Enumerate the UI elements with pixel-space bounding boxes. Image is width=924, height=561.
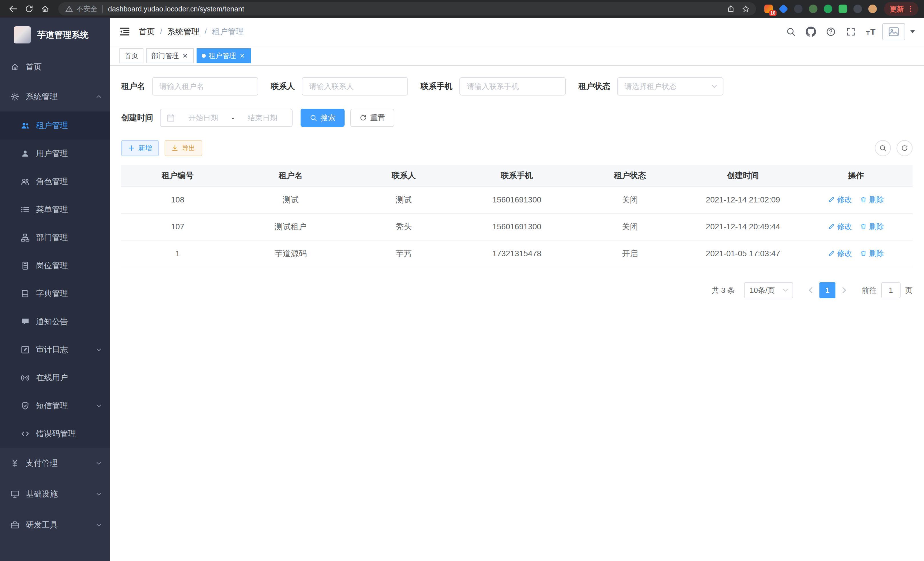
sidebar-item-menu[interactable]: 菜单管理 (0, 196, 110, 224)
sidebar-item-payment[interactable]: 支付管理 (0, 448, 110, 479)
breadcrumb-separator: / (205, 27, 207, 36)
extension-glyph (824, 5, 832, 13)
breadcrumb-system[interactable]: 系统管理 (167, 26, 200, 37)
fullscreen-icon[interactable] (842, 23, 860, 40)
sidebar-item-audit-log[interactable]: 审计日志 (0, 336, 110, 364)
search-button[interactable]: 搜索 (301, 109, 345, 127)
refresh-table-button[interactable] (897, 140, 913, 156)
contact-input[interactable] (302, 77, 408, 96)
close-icon[interactable] (239, 52, 246, 59)
share-icon[interactable] (724, 3, 738, 15)
extension-glyph (794, 5, 802, 13)
extension-icon-1[interactable]: 10 (762, 2, 776, 15)
close-icon[interactable] (182, 52, 189, 59)
security-chip[interactable]: 不安全 (65, 4, 97, 14)
extension-glyph (809, 5, 818, 13)
avatar-caret-icon[interactable] (910, 30, 915, 33)
profile-avatar-icon[interactable] (866, 2, 879, 15)
sidebar-item-online-user[interactable]: 在线用户 (0, 364, 110, 392)
sidebar-item-label: 审计日志 (36, 344, 68, 355)
extension-icon-6[interactable] (836, 2, 850, 15)
toggle-search-button[interactable] (875, 140, 891, 156)
sidebar-fold-icon[interactable] (119, 26, 130, 38)
phone-input[interactable] (459, 77, 566, 96)
edit-link[interactable]: 修改 (828, 222, 852, 232)
status-select[interactable]: 请选择租户状态 (617, 77, 723, 96)
app-logo-row[interactable]: 芋道管理系统 (0, 18, 110, 52)
tab-home[interactable]: 首页 (119, 48, 143, 63)
home-nav-icon[interactable] (38, 2, 52, 16)
extension-icon-4[interactable] (806, 2, 820, 15)
tenant-name-label: 租户名 (121, 81, 152, 92)
sidebar-item-sms[interactable]: 短信管理 (0, 392, 110, 420)
help-icon[interactable] (822, 23, 839, 40)
tab-dept[interactable]: 部门管理 (146, 48, 194, 63)
sidebar-item-error-code[interactable]: 错误码管理 (0, 420, 110, 448)
header-search-icon[interactable] (782, 23, 800, 40)
date-separator: - (232, 114, 234, 122)
sidebar-item-system[interactable]: 系统管理 (0, 82, 110, 111)
cell-contact: 秃头 (347, 213, 460, 240)
github-icon[interactable] (802, 23, 819, 40)
tab-label: 部门管理 (152, 51, 179, 60)
edit-link[interactable]: 修改 (828, 195, 852, 205)
next-page-button[interactable] (836, 282, 853, 298)
goto-page-input[interactable] (881, 282, 901, 298)
back-icon[interactable] (6, 2, 21, 16)
user-avatar[interactable] (882, 23, 905, 40)
sidebar-item-dict[interactable]: 字典管理 (0, 280, 110, 308)
broken-image-icon (889, 27, 899, 36)
tab-tenant[interactable]: 租户管理 (196, 48, 251, 63)
tenant-icon (21, 121, 30, 130)
sidebar-item-role[interactable]: 角色管理 (0, 168, 110, 196)
tab-label: 首页 (124, 51, 138, 60)
page-number-1[interactable]: 1 (819, 282, 836, 298)
sidebar-item-tenant[interactable]: 租户管理 (0, 111, 110, 140)
search-icon (879, 144, 886, 152)
breadcrumb-home[interactable]: 首页 (139, 26, 155, 37)
sidebar-item-home[interactable]: 首页 (0, 52, 110, 82)
sidebar-item-devtools[interactable]: 研发工具 (0, 510, 110, 540)
sidebar-item-notice[interactable]: 通知公告 (0, 308, 110, 336)
reload-icon[interactable] (22, 2, 37, 16)
tenant-name-input[interactable] (152, 77, 258, 96)
delete-link[interactable]: 删除 (860, 195, 884, 205)
extension-glyph (838, 5, 847, 13)
extension-icon-2[interactable] (777, 2, 790, 15)
trash-icon (860, 250, 867, 257)
address-bar[interactable]: 不安全 dashboard.yudao.iocoder.cn/system/te… (58, 2, 756, 15)
pagination: 共 3 条 10条/页 1 前往 页 (121, 282, 913, 298)
sidebar-item-label: 研发工具 (26, 520, 58, 530)
delete-link[interactable]: 删除 (860, 222, 884, 232)
col-tenant-id: 租户编号 (121, 165, 234, 186)
browser-update-button[interactable]: 更新 (884, 2, 918, 16)
page-size-select[interactable]: 10条/页 (744, 282, 793, 298)
bookmark-star-icon[interactable] (739, 3, 753, 15)
page-unit-label: 页 (905, 285, 913, 295)
prev-page-button[interactable] (802, 282, 819, 298)
cell-name: 测试租户 (234, 213, 347, 240)
breadcrumb: 首页 / 系统管理 / 租户管理 (139, 26, 244, 37)
font-size-icon[interactable]: TT (862, 27, 879, 37)
chevron-down-icon (95, 346, 102, 353)
app-title: 芋道管理系统 (37, 29, 88, 41)
sidebar-item-user[interactable]: 用户管理 (0, 140, 110, 168)
extension-icon-7[interactable] (851, 2, 865, 15)
chevron-up-icon (95, 93, 102, 100)
sidebar-item-infra[interactable]: 基础设施 (0, 479, 110, 510)
add-button[interactable]: 新增 (121, 140, 159, 156)
export-button[interactable]: 导出 (165, 140, 202, 156)
chevron-left-icon (807, 286, 815, 294)
extension-icon-5[interactable] (821, 2, 835, 15)
date-range-picker[interactable]: 开始日期 - 结束日期 (160, 109, 292, 127)
sidebar-item-dept[interactable]: 部门管理 (0, 224, 110, 252)
kebab-menu-icon[interactable] (907, 5, 914, 13)
col-tenant-name: 租户名 (234, 165, 347, 186)
reset-button[interactable]: 重置 (350, 109, 394, 127)
edit-link[interactable]: 修改 (828, 248, 852, 259)
sidebar-item-post[interactable]: 岗位管理 (0, 252, 110, 280)
extension-icon-3[interactable] (791, 2, 805, 15)
chevron-down-icon (95, 402, 102, 409)
delete-link[interactable]: 删除 (860, 248, 884, 259)
sidebar-item-label: 在线用户 (36, 372, 68, 383)
